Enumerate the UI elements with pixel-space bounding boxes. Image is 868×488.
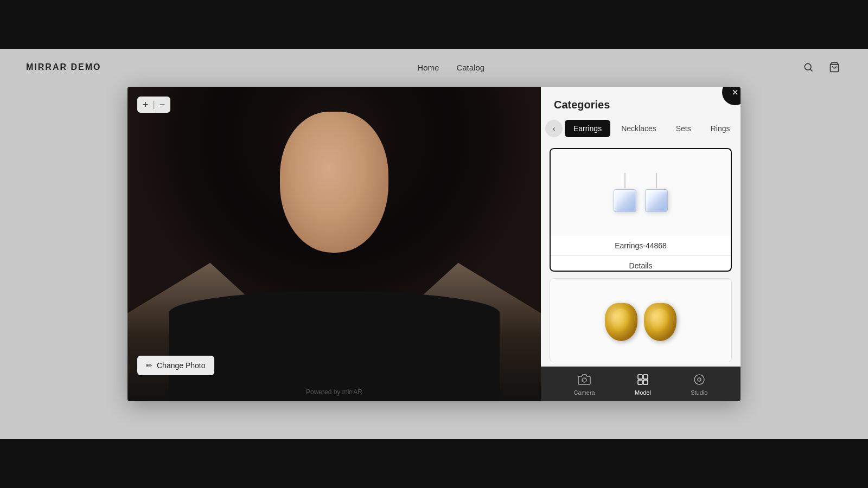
model-dress — [169, 291, 500, 401]
bottom-toolbar: Camera Model — [541, 367, 741, 401]
tab-rings[interactable]: Rings — [702, 120, 739, 137]
svg-point-3 — [582, 378, 586, 382]
svg-rect-5 — [643, 375, 648, 379]
gold-earring-visual — [605, 303, 676, 341]
tab-sets[interactable]: Sets — [667, 120, 700, 137]
zoom-controls: + | − — [137, 97, 170, 113]
modal: × + | − ✏ Change Photo — [127, 87, 741, 401]
earring-gem-right — [645, 189, 668, 212]
catalog-panel: Categories ‹ Earrings Necklaces Sets Rin… — [541, 87, 741, 401]
top-black-bar — [0, 0, 868, 49]
svg-point-8 — [694, 375, 704, 384]
product-image-gold — [550, 279, 731, 362]
category-tabs: ‹ Earrings Necklaces Sets Rings › — [541, 120, 741, 144]
earring-gem-left — [614, 189, 636, 212]
products-list: Earrings-44868 Details — [541, 144, 741, 367]
earring-left — [614, 173, 636, 212]
toolbar-camera[interactable]: Camera — [574, 372, 595, 396]
tab-necklaces[interactable]: Necklaces — [612, 120, 665, 137]
site-wrapper: MIRRAR DEMO Home Catalog — [0, 49, 868, 439]
model-panel: + | − ✏ Change Photo Powered by mirrAR — [127, 87, 541, 401]
model-face — [280, 112, 388, 253]
toolbar-model-label: Model — [635, 389, 651, 396]
gold-earring-right — [644, 303, 676, 341]
product-card-diamond[interactable]: Earrings-44868 Details — [550, 148, 732, 272]
powered-by: Powered by mirrAR — [306, 388, 362, 396]
product-name-diamond: Earrings-44868 — [551, 236, 731, 255]
studio-icon — [692, 372, 707, 387]
zoom-out-button[interactable]: − — [159, 100, 165, 110]
tab-earrings[interactable]: Earrings — [565, 120, 610, 137]
change-photo-label: Change Photo — [157, 361, 206, 370]
toolbar-studio-label: Studio — [691, 389, 707, 396]
product-image-diamond — [551, 149, 731, 236]
svg-point-9 — [698, 378, 701, 381]
earring-stem-right — [656, 173, 657, 188]
gold-earring-left — [605, 303, 637, 341]
svg-rect-7 — [643, 380, 648, 384]
earring-stem-left — [624, 173, 626, 188]
tabs-prev-arrow[interactable]: ‹ — [545, 120, 563, 137]
camera-icon — [577, 372, 592, 387]
modal-overlay: × + | − ✏ Change Photo — [0, 49, 868, 439]
bottom-black-bar — [0, 439, 868, 488]
zoom-divider: | — [153, 100, 155, 110]
svg-rect-4 — [638, 375, 642, 379]
toolbar-camera-label: Camera — [574, 389, 595, 396]
pencil-icon: ✏ — [146, 361, 152, 370]
toolbar-studio[interactable]: Studio — [691, 372, 707, 396]
product-details-btn-diamond[interactable]: Details — [551, 255, 731, 272]
diamond-earring-visual — [614, 173, 668, 212]
product-card-gold[interactable] — [550, 278, 732, 362]
svg-rect-6 — [638, 380, 642, 384]
tabs-list: Earrings Necklaces Sets Rings — [565, 120, 739, 137]
model-icon — [635, 372, 650, 387]
zoom-in-button[interactable]: + — [143, 100, 149, 110]
earring-right — [645, 173, 668, 212]
categories-header: Categories — [541, 87, 741, 120]
toolbar-model[interactable]: Model — [635, 372, 651, 396]
change-photo-button[interactable]: ✏ Change Photo — [137, 356, 214, 375]
